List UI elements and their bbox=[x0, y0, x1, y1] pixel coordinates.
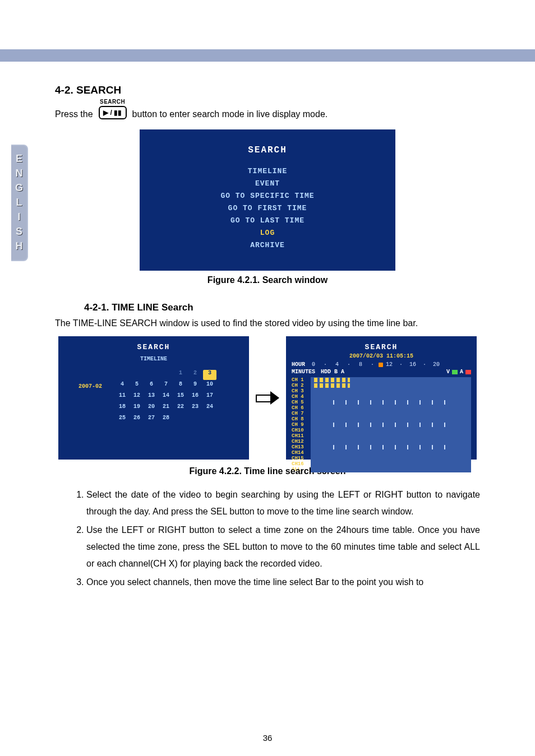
ch-label[interactable]: CH13 bbox=[292, 444, 311, 450]
timeline-datetime: 2007/02/03 11:05:15 bbox=[292, 353, 471, 359]
cal-day[interactable]: 12 bbox=[130, 392, 144, 402]
ch-bar[interactable] bbox=[311, 428, 471, 433]
ch-bar[interactable] bbox=[311, 377, 471, 383]
ch-label[interactable]: CH 3 bbox=[292, 388, 311, 394]
calendar-year-month: 2007-02 bbox=[79, 383, 102, 389]
cal-day[interactable]: 11 bbox=[116, 392, 129, 402]
ch-bar[interactable] bbox=[311, 416, 471, 422]
cal-day[interactable]: 26 bbox=[130, 415, 144, 425]
cal-day[interactable] bbox=[174, 415, 187, 425]
cal-day[interactable] bbox=[188, 415, 202, 425]
section-heading: 4-2. SEARCH bbox=[55, 84, 480, 96]
channel-bars[interactable]: CH 1 CH 2 CH 3 CH 4 CH 5 CH 6 CH 7 CH 8 … bbox=[292, 377, 471, 472]
ch-bar[interactable] bbox=[311, 444, 471, 450]
hour-label: HOUR bbox=[292, 361, 305, 368]
ch-bar[interactable] bbox=[311, 394, 471, 400]
cal-day[interactable]: 6 bbox=[145, 381, 158, 391]
timeline-title: SEARCH bbox=[292, 343, 471, 351]
cal-day[interactable]: 5 bbox=[130, 381, 144, 391]
cal-day[interactable]: 1 bbox=[174, 370, 187, 380]
ch-bar[interactable] bbox=[311, 450, 471, 456]
ch-label[interactable]: CH 5 bbox=[292, 400, 311, 405]
ch-bar[interactable] bbox=[311, 439, 471, 444]
menu-item-archive[interactable]: ARCHIVE bbox=[140, 239, 395, 252]
cal-day[interactable]: 28 bbox=[159, 415, 173, 425]
ch-label[interactable]: CH 8 bbox=[292, 416, 311, 422]
cal-day[interactable]: 8 bbox=[174, 381, 187, 391]
hour-tick: 20 bbox=[431, 361, 442, 368]
cal-day[interactable]: 23 bbox=[188, 403, 202, 414]
menu-item-last[interactable]: GO TO LAST TIME bbox=[140, 215, 395, 227]
cal-day-selected[interactable]: 3 bbox=[203, 370, 216, 380]
legend-v: V bbox=[446, 369, 450, 375]
ch-bar[interactable] bbox=[311, 411, 471, 416]
hour-tick: 8 bbox=[355, 361, 366, 368]
ch-label[interactable]: CH 7 bbox=[292, 411, 311, 416]
cal-day[interactable]: 7 bbox=[159, 381, 173, 391]
figure-1: SEARCH TIMELINE EVENT GO TO SPECIFIC TIM… bbox=[55, 129, 480, 285]
cal-day[interactable] bbox=[130, 370, 144, 380]
calendar-title: SEARCH bbox=[64, 343, 243, 351]
ch-label[interactable]: CH 6 bbox=[292, 405, 311, 411]
legend-a: A bbox=[460, 369, 463, 375]
language-tab: E N G L I S H bbox=[11, 145, 28, 261]
cal-day[interactable]: 10 bbox=[203, 381, 216, 391]
cal-day[interactable]: 4 bbox=[116, 381, 129, 391]
hour-marker-icon[interactable] bbox=[379, 363, 383, 367]
ch-label[interactable]: CH10 bbox=[292, 428, 311, 433]
ch-bar[interactable] bbox=[311, 433, 471, 439]
cal-day[interactable] bbox=[159, 370, 173, 380]
hour-line[interactable]: HOUR 0 · 4 · 8 · 12 · 16 · 20 bbox=[292, 361, 471, 368]
menu-item-timeline[interactable]: TIMELINE bbox=[140, 165, 395, 178]
menu-item-first[interactable]: GO TO FIRST TIME bbox=[140, 202, 395, 215]
cal-day[interactable]: 9 bbox=[188, 381, 202, 391]
cal-day[interactable]: 21 bbox=[159, 403, 173, 414]
menu-item-event[interactable]: EVENT bbox=[140, 178, 395, 190]
cal-day[interactable]: 13 bbox=[145, 392, 158, 402]
ch-bar[interactable] bbox=[311, 456, 471, 461]
cal-day[interactable]: 27 bbox=[145, 415, 158, 425]
ch-label[interactable]: CH 2 bbox=[292, 383, 311, 388]
cal-day[interactable] bbox=[203, 415, 216, 425]
cal-day[interactable]: 24 bbox=[203, 403, 216, 414]
arrow-right-icon bbox=[256, 389, 279, 406]
search-hardware-button: SEARCH ▶ / ▮▮ bbox=[99, 99, 127, 119]
ch-label[interactable]: CH11 bbox=[292, 433, 311, 439]
ch-bar-all[interactable] bbox=[311, 467, 471, 472]
cal-day[interactable]: 19 bbox=[130, 403, 144, 414]
ch-bar[interactable] bbox=[311, 400, 471, 405]
cal-day[interactable]: 17 bbox=[203, 392, 216, 402]
lang-letter: G bbox=[15, 180, 23, 195]
cal-day[interactable]: 22 bbox=[174, 403, 187, 414]
ch-bar[interactable] bbox=[311, 405, 471, 411]
ch-label[interactable]: CH15 bbox=[292, 456, 311, 461]
step-item: Use the LEFT or RIGHT button to select a… bbox=[86, 522, 480, 572]
ch-label[interactable]: CH 1 bbox=[292, 377, 311, 383]
press-line: Press the SEARCH ▶ / ▮▮ button to enter … bbox=[55, 99, 480, 119]
ch-bar[interactable] bbox=[311, 388, 471, 394]
cal-day[interactable]: 25 bbox=[116, 415, 129, 425]
ch-bar[interactable] bbox=[311, 422, 471, 428]
menu-item-log[interactable]: LOG bbox=[140, 227, 395, 239]
ch-label[interactable]: CH 4 bbox=[292, 394, 311, 400]
cal-day[interactable]: 20 bbox=[145, 403, 158, 414]
cal-day[interactable]: 18 bbox=[116, 403, 129, 414]
menu-item-specific[interactable]: GO TO SPECIFIC TIME bbox=[140, 190, 395, 202]
cal-day[interactable]: 2 bbox=[188, 370, 202, 380]
ch-bar[interactable] bbox=[311, 461, 471, 467]
ch-label[interactable]: CH 9 bbox=[292, 422, 311, 428]
steps-list: Select the date of the video to begin se… bbox=[55, 486, 480, 591]
ch-label[interactable]: CH14 bbox=[292, 450, 311, 456]
calendar-grid[interactable]: 1 2 3 4 5 6 7 8 9 10 11 12 13 14 bbox=[116, 370, 216, 425]
cal-day[interactable]: 15 bbox=[174, 392, 187, 402]
ch-label[interactable]: CH12 bbox=[292, 439, 311, 444]
cal-day[interactable]: 14 bbox=[159, 392, 173, 402]
minutes-label: MINUTES bbox=[292, 369, 315, 375]
cal-day[interactable]: 16 bbox=[188, 392, 202, 402]
calendar-subtitle: TIMELINE bbox=[64, 356, 243, 362]
cal-day[interactable] bbox=[145, 370, 158, 380]
lang-letter: S bbox=[16, 224, 22, 239]
ch-bar[interactable] bbox=[311, 383, 471, 388]
search-window-screenshot: SEARCH TIMELINE EVENT GO TO SPECIFIC TIM… bbox=[140, 129, 395, 271]
search-window-items: TIMELINE EVENT GO TO SPECIFIC TIME GO TO… bbox=[140, 165, 395, 252]
